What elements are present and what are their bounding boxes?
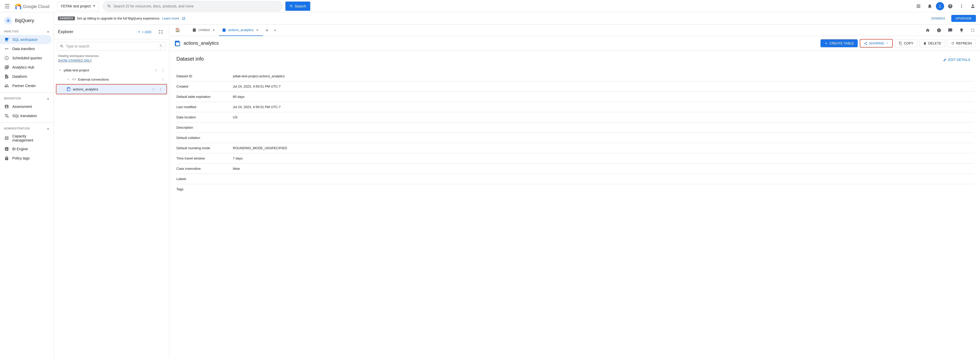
show-starred-only-link[interactable]: SHOW STARRED ONLY — [54, 59, 169, 64]
delete-button[interactable]: DELETE — [919, 39, 945, 47]
analysis-section-header[interactable]: Analysis ▲ — [0, 28, 54, 35]
info-table-row: Case insensitive false — [177, 164, 974, 174]
project-name-label: YDTAK test project — [60, 4, 91, 8]
notifications-button[interactable] — [924, 1, 935, 11]
tab-untitled[interactable]: Untitled ✕ — [189, 25, 219, 36]
tree-item-actions-analytics[interactable]: actions_analytics ☆ ⋮ — [56, 84, 167, 94]
assessment-icon — [4, 104, 9, 109]
nav-icons: 1 — [913, 1, 978, 11]
add-button[interactable]: + ADD — [134, 29, 154, 35]
learn-more-external-link-icon — [182, 17, 185, 20]
analytics-hub-icon — [4, 65, 9, 70]
copy-button[interactable]: COPY — [895, 39, 917, 47]
add-tab-icon — [265, 28, 269, 33]
explorer-search-input[interactable] — [66, 44, 156, 48]
hamburger-button[interactable] — [2, 1, 12, 11]
actions-analytics-actions: ☆ ⋮ — [151, 86, 163, 92]
sharing-button[interactable]: SHARING — [860, 39, 893, 48]
tabs-info-button[interactable] — [934, 25, 944, 35]
dataset-info-title: Dataset info — [177, 56, 204, 62]
tabs-chat-icon — [948, 28, 953, 33]
sidebar-item-analytics-hub[interactable]: Analytics Hub — [0, 63, 51, 72]
info-field-label: Time travel window — [177, 153, 233, 164]
info-field-value: ROUNDING_MODE_UNSPECIFIED — [233, 143, 974, 153]
actions-analytics-type-icon — [67, 87, 71, 91]
actions-analytics-tab-close-button[interactable]: ✕ — [255, 28, 260, 32]
google-cloud-logo[interactable]: Google Cloud — [14, 3, 53, 9]
sidebar-item-scheduled-queries[interactable]: Scheduled queries — [0, 53, 51, 63]
sidebar-item-assessment[interactable]: Assessment — [0, 102, 51, 111]
search-button-label: Search — [294, 4, 306, 8]
info-field-label: Default table expiration — [177, 92, 233, 102]
sidebar-item-analytics-hub-label: Analytics Hub — [12, 65, 34, 69]
sidebar-item-data-transfers[interactable]: Data transfers — [0, 44, 51, 53]
explorer-actions: + ADD — [134, 28, 165, 36]
dismiss-button[interactable]: DISMISS — [927, 15, 949, 22]
refresh-button[interactable]: REFRESH — [947, 39, 976, 47]
tree-project-row[interactable]: ydtak-test-project ☆ ⋮ — [54, 66, 169, 75]
account-button[interactable] — [968, 1, 978, 11]
apps-button[interactable] — [913, 1, 924, 11]
more-vert-icon — [959, 3, 964, 9]
left-sidebar: BigQuery Analysis ▲ SQL workspace Data t… — [0, 12, 54, 358]
global-search-input[interactable] — [113, 4, 278, 8]
tabs-home-button[interactable] — [923, 25, 933, 35]
migration-section-header[interactable]: Migration ▲ — [0, 95, 54, 102]
create-table-icon — [824, 42, 828, 45]
collapse-explorer-button[interactable] — [157, 28, 165, 36]
sidebar-item-dataform[interactable]: Dataform — [0, 72, 51, 81]
dataset-header-row: Dataset info EDIT DETAILS — [177, 56, 974, 67]
project-selector[interactable]: YDTAK test project — [57, 2, 99, 11]
home-tab-icon: 🏠 — [175, 28, 180, 32]
help-button[interactable] — [945, 1, 955, 11]
info-field-value: 60 days — [233, 92, 974, 102]
sidebar-item-capacity-management[interactable]: Capacity management — [0, 132, 51, 144]
explorer-search-icon — [60, 44, 64, 48]
tabs-bar: 🏠 ✕ Untitled ✕ — [170, 25, 980, 36]
sidebar-item-sql-workspace[interactable]: SQL workspace — [0, 35, 51, 44]
actions-analytics-more-button[interactable]: ⋮ — [157, 86, 163, 92]
external-connections-more-button[interactable]: ⋮ — [160, 76, 166, 82]
sidebar-item-partner-center[interactable]: Partner Center — [0, 81, 51, 90]
sidebar-item-policy-tags[interactable]: Policy tags — [0, 153, 51, 163]
actions-analytics-star-button[interactable]: ☆ — [151, 86, 157, 92]
info-table-row: Description — [177, 123, 974, 133]
migration-section-label: Migration — [4, 97, 21, 100]
upgrade-button[interactable]: UPGRADE — [951, 15, 976, 22]
project-star-button[interactable]: ☆ — [153, 67, 159, 73]
edit-details-button[interactable]: EDIT DETAILS — [940, 56, 974, 64]
global-search-bar[interactable] — [103, 1, 282, 11]
more-options-button[interactable] — [956, 1, 967, 11]
project-more-button[interactable]: ⋮ — [160, 67, 166, 73]
create-table-button[interactable]: CREATE TABLE — [821, 39, 858, 47]
external-connections-actions: ⋮ — [160, 76, 166, 82]
info-field-value: US — [233, 112, 974, 123]
sidebar-item-bi-engine[interactable]: BI Engine — [0, 144, 51, 153]
info-field-label: Data location — [177, 112, 233, 123]
info-field-value: Jul 24, 2023, 4:56:51 PM UTC-7 — [233, 82, 974, 92]
learn-more-link[interactable]: Learn more — [162, 16, 179, 20]
external-connections-expand-icon — [66, 77, 70, 82]
untitled-tab-close-button[interactable]: ✕ — [211, 28, 216, 32]
delete-label: DELETE — [928, 42, 941, 45]
tree-item-external-connections[interactable]: External connections ⋮ — [54, 75, 169, 84]
bigquery-product-icon — [6, 18, 11, 23]
sidebar-item-sql-translation[interactable]: SQL translation — [0, 111, 51, 120]
search-button[interactable]: Search — [285, 2, 310, 11]
tabs-expand-button[interactable] — [968, 25, 978, 35]
tab-actions-analytics[interactable]: actions_analytics ✕ — [219, 25, 263, 36]
tabs-chat-button[interactable] — [945, 25, 955, 35]
add-tab-button[interactable] — [263, 26, 271, 34]
add-button-label: + ADD — [142, 30, 151, 34]
administration-section-header[interactable]: Administration ▲ — [0, 125, 54, 132]
avatar[interactable]: 1 — [936, 2, 944, 10]
google-cloud-logo-svg: Google Cloud — [14, 3, 53, 9]
search-help-icon[interactable]: ? — [158, 44, 163, 49]
explorer-search-box[interactable]: ? — [57, 42, 166, 51]
add-icon — [137, 30, 141, 34]
tab-menu-button[interactable] — [271, 26, 279, 34]
tabs-lightbulb-button[interactable] — [956, 25, 967, 35]
apps-icon — [916, 3, 921, 9]
sidebar-item-dataform-label: Dataform — [12, 75, 27, 78]
tab-home[interactable]: 🏠 ✕ — [172, 25, 189, 36]
